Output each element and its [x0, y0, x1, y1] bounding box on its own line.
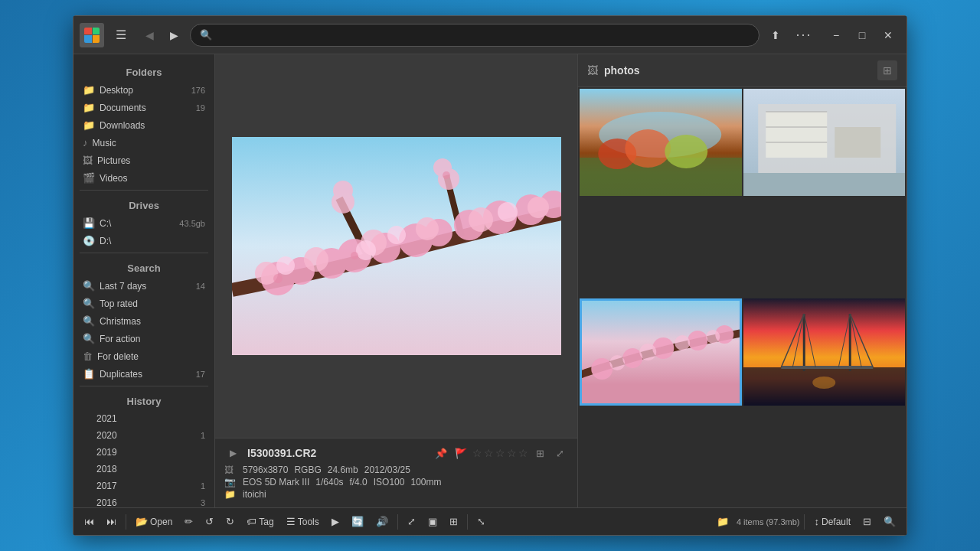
star-2[interactable]: ☆: [484, 447, 494, 459]
sidebar-item-2021[interactable]: 2021: [74, 410, 214, 427]
search-bar[interactable]: 🔍: [190, 24, 760, 47]
image-info-icon: 🖼: [224, 465, 237, 475]
open-icon: 📂: [136, 516, 148, 527]
more-button[interactable]: ···: [792, 24, 816, 47]
star-1[interactable]: ☆: [472, 447, 482, 459]
svg-point-44: [591, 358, 612, 380]
sidebar-item-documents[interactable]: 📁 Documents 19: [74, 99, 214, 116]
last-button[interactable]: ⏭: [102, 511, 121, 533]
flag-icon[interactable]: 🚩: [452, 445, 469, 461]
first-button[interactable]: ⏮: [80, 511, 99, 533]
resize-icon: ⤡: [477, 516, 485, 527]
thumb-img-sunset: [743, 298, 906, 406]
star-5[interactable]: ☆: [518, 447, 528, 459]
search-input[interactable]: [218, 29, 750, 41]
refresh-button[interactable]: 🔄: [347, 511, 368, 533]
thumbnail-building[interactable]: [743, 89, 906, 196]
play-icon: ▶: [332, 516, 339, 527]
resize-button[interactable]: ⤡: [472, 511, 490, 533]
thumb-img-autumn: [580, 89, 742, 196]
svg-point-25: [498, 202, 518, 222]
file-info-panel: ▶ I5300391.CR2 📌 🚩 ☆ ☆ ☆ ☆ ☆ ⊞ ⤢: [215, 438, 577, 507]
star-4[interactable]: ☆: [507, 447, 517, 459]
svg-point-19: [333, 181, 353, 201]
sidebar-item-label: 2017: [83, 481, 196, 491]
svg-rect-38: [835, 127, 880, 158]
separator: [126, 514, 126, 530]
sidebar-item-2020[interactable]: 2020 1: [74, 427, 214, 444]
grid-toggle-button[interactable]: ⊞: [877, 60, 897, 80]
view-single-button[interactable]: ▣: [423, 511, 442, 533]
sidebar-item-duplicates[interactable]: 📋 Duplicates 17: [74, 365, 214, 383]
folder-button[interactable]: 📁: [712, 511, 733, 533]
sidebar-item-label: 2021: [83, 413, 205, 424]
sidebar-item-2019[interactable]: 2019: [74, 444, 214, 461]
folder-name: itoichi: [243, 489, 266, 500]
fullscreen-button[interactable]: ⤢: [403, 511, 420, 533]
image-preview: [215, 54, 577, 438]
sidebar-item-2017[interactable]: 2017 1: [74, 478, 214, 494]
right-panel: 🖼 photos ⊞: [577, 54, 906, 507]
folders-section-title: Folders: [74, 60, 214, 81]
rotate-left-button[interactable]: ↺: [201, 511, 218, 533]
sort-button[interactable]: ↕ Default: [809, 511, 855, 533]
play-button[interactable]: ▶: [224, 445, 241, 461]
sidebar-item-label: 2019: [83, 447, 205, 458]
star-3[interactable]: ☆: [495, 447, 505, 459]
expand-icon[interactable]: ⤢: [551, 445, 568, 461]
up-button[interactable]: ⬆: [764, 24, 787, 47]
sidebar-item-count: 1: [201, 481, 205, 491]
info-row-dimensions: 🖼 5796x3870 RGBG 24.6mb 2012/03/25: [224, 465, 568, 475]
folder-info-icon: 📁: [224, 489, 237, 500]
forward-button[interactable]: ▶: [162, 24, 185, 47]
rotate-right-button[interactable]: ↻: [221, 511, 239, 533]
thumbnail-autumn[interactable]: [580, 89, 742, 196]
sidebar-item-2018[interactable]: 2018: [74, 461, 214, 478]
sidebar-item-pictures[interactable]: 🖼 Pictures: [74, 152, 214, 169]
svg-point-33: [625, 129, 671, 168]
folder-icon: 📁: [717, 516, 729, 527]
edit-button[interactable]: ✏: [180, 511, 198, 533]
thumbnail-cherry-selected[interactable]: [580, 298, 742, 406]
sidebar-item-c-drive[interactable]: 💾 C:\ 43.5gb: [74, 214, 214, 232]
sidebar-item-music[interactable]: ♪ Music: [74, 134, 214, 152]
sidebar-item-top-rated[interactable]: 🔍 Top rated: [74, 295, 214, 312]
pin-icon[interactable]: 📌: [433, 445, 449, 461]
back-button[interactable]: ◀: [138, 24, 161, 47]
app-logo: [80, 23, 104, 47]
play-slideshow-button[interactable]: ▶: [327, 511, 344, 533]
menu-button[interactable]: ☰: [109, 23, 133, 47]
sidebar-item-2016[interactable]: 2016 3: [74, 494, 214, 507]
thumbs-button[interactable]: ⊟: [858, 511, 876, 533]
audio-button[interactable]: 🔊: [371, 511, 393, 533]
sidebar-item-videos[interactable]: 🎬 Videos: [74, 169, 214, 187]
sidebar-item-desktop[interactable]: 📁 Desktop 176: [74, 81, 214, 99]
close-button[interactable]: ✕: [876, 24, 900, 47]
sidebar-item-d-drive[interactable]: 💿 D:\: [74, 232, 214, 249]
tools-button[interactable]: ☰ Tools: [282, 511, 324, 533]
sidebar-item-for-delete[interactable]: 🗑 For delete: [74, 347, 214, 365]
sidebar-item-label: 2016: [83, 497, 196, 507]
file-date: 2012/03/25: [364, 465, 410, 475]
camera-model: EOS 5D Mark III: [243, 477, 309, 487]
sidebar-item-label: Last 7 days: [100, 281, 191, 292]
minimize-button[interactable]: −: [824, 24, 848, 47]
center-panel: ▶ I5300391.CR2 📌 🚩 ☆ ☆ ☆ ☆ ☆ ⊞ ⤢: [215, 54, 577, 507]
divider: [80, 386, 208, 386]
sidebar-item-label: D:\: [100, 236, 205, 246]
open-button[interactable]: 📂 Open: [131, 511, 177, 533]
svg-point-46: [652, 337, 674, 359]
sidebar-item-downloads[interactable]: 📁 Downloads: [74, 116, 214, 134]
zoom-button[interactable]: 🔍: [879, 511, 900, 533]
thumbnail-sunset[interactable]: [743, 298, 906, 406]
tag-button[interactable]: 🏷 Tag: [242, 511, 278, 533]
sidebar-item-last7days[interactable]: 🔍 Last 7 days 14: [74, 277, 214, 295]
sidebar: Folders 📁 Desktop 176 📁 Documents 19 📁 D…: [74, 54, 215, 507]
sidebar-item-for-action[interactable]: 🔍 For action: [74, 330, 214, 347]
view-icon[interactable]: ⊞: [531, 445, 548, 461]
file-size: 24.6mb: [328, 465, 358, 475]
sidebar-item-label: 2018: [83, 464, 205, 474]
sidebar-item-christmas[interactable]: 🔍 Christmas: [74, 312, 214, 330]
view-grid-button[interactable]: ⊞: [445, 511, 462, 533]
maximize-button[interactable]: □: [850, 24, 874, 47]
